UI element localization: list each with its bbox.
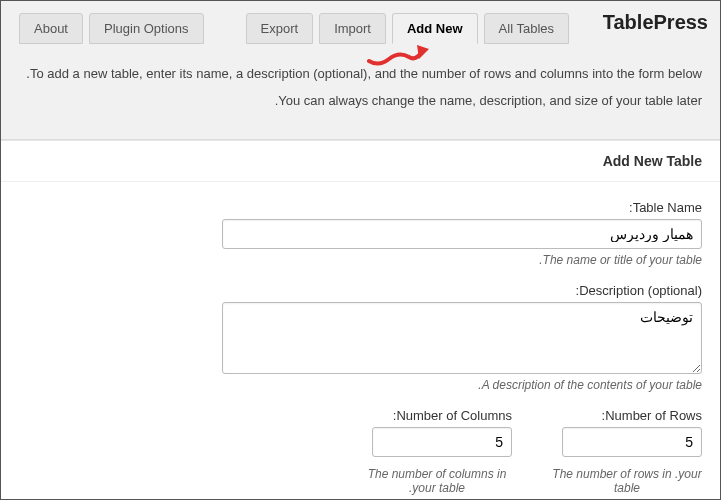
help-rows: The number of rows in .your table: [552, 463, 702, 495]
input-columns[interactable]: [372, 427, 512, 457]
label-table-name: :Table Name: [19, 200, 702, 215]
tab-plugin-options[interactable]: Plugin Options: [89, 13, 204, 44]
header: About Plugin Options Export Import Add N…: [1, 1, 720, 140]
tab-all-tables[interactable]: All Tables: [484, 13, 569, 44]
label-columns: :Number of Columns: [362, 408, 512, 423]
field-columns: :Number of Columns The number of columns…: [362, 408, 512, 495]
input-description[interactable]: [222, 302, 702, 374]
help-description: .A description of the contents of your t…: [19, 374, 702, 392]
intro-text: .To add a new table, enter its name, a d…: [1, 44, 720, 139]
add-new-panel: Add New Table :Table Name .The name or t…: [1, 140, 720, 500]
tab-about[interactable]: About: [19, 13, 83, 44]
field-table-name: :Table Name .The name or title of your t…: [19, 200, 702, 267]
tab-export[interactable]: Export: [246, 13, 314, 44]
tabs: About Plugin Options Export Import Add N…: [19, 13, 569, 44]
input-rows[interactable]: [562, 427, 702, 457]
label-description: :Description (optional): [19, 283, 702, 298]
brand-title: TablePress: [603, 11, 708, 34]
intro-line2: .You can always change the name, descrip…: [19, 89, 702, 112]
label-rows: :Number of Rows: [552, 408, 702, 423]
tab-add-new[interactable]: Add New: [392, 13, 478, 44]
intro-line1: .To add a new table, enter its name, a d…: [19, 62, 702, 85]
number-row: :Number of Columns The number of columns…: [19, 408, 702, 495]
field-rows: :Number of Rows The number of rows in .y…: [552, 408, 702, 495]
tab-import[interactable]: Import: [319, 13, 386, 44]
panel-title: Add New Table: [1, 141, 720, 182]
help-table-name: .The name or title of your table: [19, 249, 702, 267]
field-description: :Description (optional) .A description o…: [19, 283, 702, 392]
input-table-name[interactable]: [222, 219, 702, 249]
help-columns: The number of columns in .your table: [362, 463, 512, 495]
